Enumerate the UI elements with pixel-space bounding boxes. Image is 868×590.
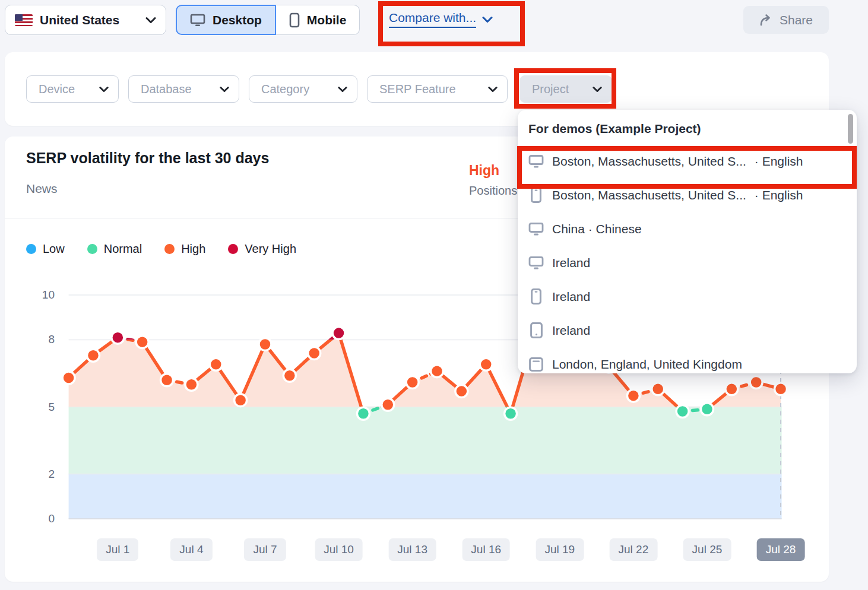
project-item-label: China · Chinese: [552, 222, 642, 236]
chevron-down-icon: [220, 86, 229, 93]
chart-point-jul-22[interactable]: [627, 389, 639, 402]
project-dropdown-item[interactable]: London, England, United Kingdom: [518, 347, 857, 373]
chevron-down-icon: [338, 86, 347, 93]
x-axis-label: Jul 1: [97, 538, 138, 561]
top-bar: United States Desktop Mobile Compare wit…: [0, 0, 868, 40]
x-axis-label: Jul 4: [170, 538, 212, 561]
desktop-icon: [528, 221, 544, 237]
project-dropdown-item[interactable]: Ireland: [518, 313, 857, 347]
project-dropdown-item[interactable]: Ireland: [518, 280, 857, 313]
chart-point-jul-6[interactable]: [235, 394, 247, 407]
filter-serp-feature-label: SERP Feature: [379, 83, 456, 96]
share-button-label: Share: [780, 13, 813, 27]
project-item-label: Ireland: [552, 256, 590, 270]
country-select[interactable]: United States: [5, 5, 166, 35]
filter-project[interactable]: Project: [519, 75, 612, 103]
chart-point-jul-24[interactable]: [676, 405, 689, 418]
share-button[interactable]: Share: [743, 6, 829, 34]
chart-point-jul-1[interactable]: [112, 331, 124, 344]
x-axis-label: Jul 13: [388, 538, 436, 561]
filter-device[interactable]: Device: [26, 75, 119, 103]
chart-point-jul-13[interactable]: [406, 376, 419, 389]
chevron-down-icon: [482, 16, 493, 23]
project-item-language: · English: [755, 154, 803, 169]
chart-point-jul-15[interactable]: [455, 385, 468, 398]
chart-point-jul-26[interactable]: [726, 383, 738, 395]
desktop-icon: [528, 154, 544, 169]
us-flag-icon: [15, 14, 33, 26]
tablet-landscape-icon: [528, 357, 544, 372]
chart-point-jul-16[interactable]: [480, 358, 492, 370]
chart-point-jun-29[interactable]: [62, 372, 75, 384]
x-axis-label: Jul 19: [536, 538, 584, 561]
y-axis-tick-label: 5: [25, 401, 55, 414]
filter-category[interactable]: Category: [249, 75, 357, 103]
chart-point-jul-9[interactable]: [308, 347, 321, 360]
share-arrow-icon: [759, 14, 774, 27]
filter-serp-feature[interactable]: SERP Feature: [367, 75, 508, 103]
chevron-down-icon: [488, 86, 498, 93]
y-axis-tick-label: 0: [25, 512, 55, 525]
mobile-icon: [528, 188, 544, 203]
chart-point-jul-3[interactable]: [161, 374, 173, 386]
chart-point-jul-23[interactable]: [652, 383, 664, 395]
chart-point-jul-12[interactable]: [382, 398, 394, 411]
project-dropdown-item[interactable]: China · Chinese: [518, 212, 857, 246]
project-item-label: Boston, Massachusetts, United S...: [552, 188, 746, 202]
chart-point-jul-25[interactable]: [701, 403, 713, 415]
chart-point-jul-5[interactable]: [210, 358, 222, 370]
filter-database[interactable]: Database: [128, 75, 239, 103]
project-item-label: Boston, Massachusetts, United S...: [552, 154, 746, 169]
project-dropdown-item[interactable]: Ireland: [518, 246, 857, 280]
filter-category-label: Category: [261, 83, 309, 96]
desktop-toggle-label: Desktop: [213, 13, 262, 27]
tablet-icon: [528, 323, 544, 338]
x-axis-label: Jul 7: [244, 538, 286, 561]
project-dropdown-panel: For demos (Example Project) Boston, Mass…: [518, 110, 857, 373]
chart-point-jul-10[interactable]: [332, 327, 345, 340]
x-axis-label: Jul 16: [462, 538, 510, 561]
filter-project-label: Project: [532, 83, 569, 96]
chart-point-jul-7[interactable]: [259, 338, 271, 350]
dropdown-scrollbar[interactable]: [848, 114, 853, 144]
project-dropdown-item[interactable]: Boston, Massachusetts, United S... · Eng…: [518, 144, 857, 178]
mobile-icon: [289, 12, 300, 28]
desktop-icon: [190, 13, 205, 27]
project-dropdown-header: For demos (Example Project): [518, 110, 857, 144]
chart-point-jul-14[interactable]: [431, 365, 443, 378]
chevron-down-icon: [593, 86, 602, 93]
chart-point-jul-11[interactable]: [357, 407, 369, 420]
desktop-toggle-button[interactable]: Desktop: [176, 5, 276, 35]
project-item-label: Ireland: [552, 323, 590, 338]
project-item-label: London, England, United Kingdom: [552, 357, 742, 372]
chart-point-jul-2[interactable]: [136, 336, 148, 348]
mobile-toggle-button[interactable]: Mobile: [276, 5, 360, 35]
filter-database-label: Database: [141, 83, 192, 96]
y-axis-tick-label: 8: [25, 333, 55, 346]
project-dropdown-item[interactable]: Boston, Massachusetts, United S... · Eng…: [518, 178, 857, 212]
chart-point-jul-4[interactable]: [185, 378, 198, 391]
x-axis-label: Jul 25: [683, 538, 731, 561]
x-axis-label-current: Jul 28: [757, 538, 805, 561]
chevron-down-icon: [99, 86, 109, 93]
y-axis-tick-label: 10: [25, 288, 55, 302]
chart-point-jul-28[interactable]: [775, 383, 787, 395]
chart-point-jul-27[interactable]: [750, 376, 762, 389]
filter-device-label: Device: [39, 83, 75, 96]
device-toggle: Desktop Mobile: [176, 5, 360, 35]
y-axis-tick-label: 2: [25, 468, 55, 481]
mobile-icon: [528, 289, 544, 304]
desktop-icon: [528, 255, 544, 271]
compare-with-label: Compare with...: [389, 11, 476, 28]
project-item-label: Ireland: [552, 290, 590, 304]
x-axis-label: Jul 10: [315, 538, 363, 561]
mobile-toggle-label: Mobile: [307, 13, 347, 27]
chart-point-jul-8[interactable]: [283, 369, 296, 382]
x-axis-label: Jul 22: [610, 538, 658, 561]
chevron-down-icon: [145, 17, 156, 24]
compare-with-link[interactable]: Compare with...: [389, 11, 493, 28]
chart-point-jun-30[interactable]: [87, 349, 99, 361]
chart-point-jul-17[interactable]: [505, 407, 517, 420]
country-select-label: United States: [40, 13, 138, 27]
project-item-language: · English: [755, 188, 803, 202]
